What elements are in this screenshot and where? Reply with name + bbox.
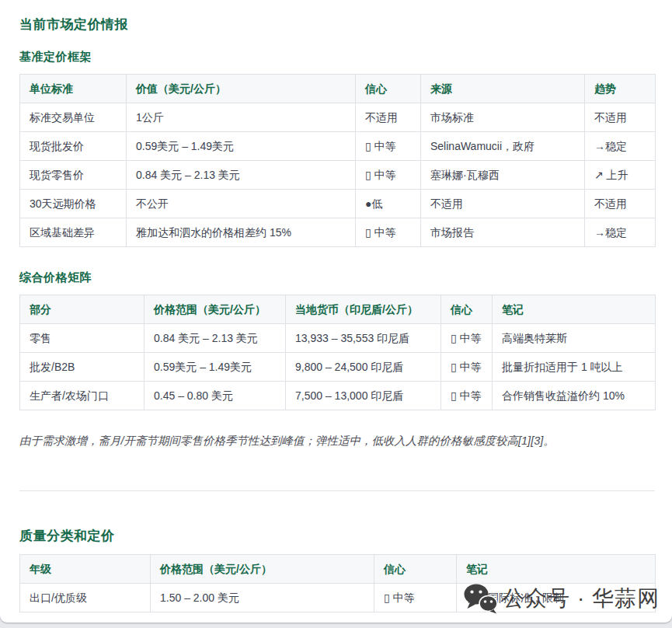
header-row: 部分价格范围（美元/公斤）当地货币（印尼盾/公斤）信心笔记 (20, 295, 656, 324)
page-title: 当前市场定价情报 (19, 16, 655, 33)
column-header: 价格范围（美元/公斤） (144, 295, 286, 324)
table-cell: 出口/优质级 (20, 584, 151, 612)
table-cell: →稳定 (585, 132, 656, 161)
column-header: 来源 (421, 75, 585, 103)
table-cell: 市场报告 (421, 218, 585, 247)
column-header: 部分 (20, 295, 144, 324)
column-header: 价值（美元/公斤） (127, 75, 356, 103)
table-cell: 批发/B2B (20, 353, 144, 382)
table-cell: ▯ 中等 (356, 218, 421, 247)
table-row: 现货零售价0.84 美元 – 2.13 美元▯ 中等塞琳娜·瓦穆西↗ 上升 (20, 161, 656, 190)
section-heading-benchmark: 基准定价框架 (19, 50, 655, 65)
section-divider (19, 490, 655, 491)
column-header: 单位标准 (20, 75, 127, 103)
table-cell: ●低 (356, 190, 421, 218)
table-cell: 不公开 (127, 190, 356, 218)
quality-grade-pricing-table: 年级价格范围（美元/公斤）信心笔记出口/优质级1.50 – 2.00 美元▯ 中… (19, 554, 656, 612)
column-header: 信心 (356, 75, 421, 103)
table-cell: 合作销售收益溢价约 10% (493, 382, 656, 410)
table-cell: 0.84 美元 – 2.13 美元 (144, 324, 286, 353)
table-cell: 30天远期价格 (20, 190, 127, 218)
column-header: 笔记 (493, 295, 656, 324)
table-cell: 零售 (20, 324, 144, 353)
table-cell: 9,800 – 24,500 印尼盾 (286, 353, 441, 382)
section-heading-matrix: 综合价格矩阵 (19, 270, 655, 285)
table-cell: 高端奥特莱斯 (493, 324, 656, 353)
table-cell: 不适用 (421, 190, 585, 218)
table-row: 标准交易单位1公斤不适用市场标准不适用 (20, 103, 656, 132)
table-cell: →稳定 (585, 218, 656, 247)
table-cell: SelinaWamucii，政府 (421, 132, 585, 161)
table-cell: ▯ 中等 (374, 584, 457, 612)
table-cell: 标准交易单位 (20, 103, 127, 132)
table-row: 生产者/农场门口0.45 – 0.80 美元7,500 – 13,000 印尼盾… (20, 382, 656, 410)
table-row: 区域基础差异雅加达和泗水的价格相差约 15%▯ 中等市场报告→稳定 (20, 218, 656, 247)
report-page: 当前市场定价情报 基准定价框架 单位标准价值（美元/公斤）信心来源趋势标准交易单… (0, 0, 672, 623)
table-cell: 7,500 – 13,000 印尼盾 (286, 382, 441, 410)
table-cell: 符合国际标准；限制 (457, 584, 656, 612)
table-cell: ↗ 上升 (585, 161, 656, 190)
column-header: 信心 (374, 555, 457, 584)
column-header: 价格范围（美元/公斤） (151, 555, 374, 584)
table-cell: ▯ 中等 (441, 382, 493, 410)
column-header: 笔记 (457, 555, 656, 584)
table-cell: 生产者/农场门口 (20, 382, 144, 410)
table-cell: 13,933 – 35,553 印尼盾 (286, 324, 441, 353)
table-cell: 不适用 (585, 103, 656, 132)
table-cell: 批量折扣适用于 1 吨以上 (493, 353, 656, 382)
header-row: 单位标准价值（美元/公斤）信心来源趋势 (20, 75, 656, 103)
table-row: 批发/B2B0.59美元 – 1.49美元9,800 – 24,500 印尼盾▯… (20, 353, 656, 382)
table-row: 现货批发价0.59美元 – 1.49美元▯ 中等SelinaWamucii，政府… (20, 132, 656, 161)
table-cell: 0.45 – 0.80 美元 (144, 382, 286, 410)
column-header: 趋势 (585, 75, 656, 103)
benchmark-pricing-table: 单位标准价值（美元/公斤）信心来源趋势标准交易单位1公斤不适用市场标准不适用现货… (19, 74, 656, 247)
table-row: 零售0.84 美元 – 2.13 美元13,933 – 35,553 印尼盾▯ … (20, 324, 656, 353)
header-row: 年级价格范围（美元/公斤）信心笔记 (20, 555, 656, 584)
comprehensive-price-matrix-table: 部分价格范围（美元/公斤）当地货币（印尼盾/公斤）信心笔记零售0.84 美元 –… (19, 295, 656, 410)
table-row: 30天远期价格不公开●低不适用不适用 (20, 190, 656, 218)
table-cell: 不适用 (356, 103, 421, 132)
table-cell: 1.50 – 2.00 美元 (151, 584, 374, 612)
table-cell: ▯ 中等 (441, 353, 493, 382)
table-cell: 不适用 (585, 190, 656, 218)
table-cell: 区域基础差异 (20, 218, 127, 247)
table-cell: 雅加达和泗水的价格相差约 15% (127, 218, 356, 247)
column-header: 信心 (441, 295, 493, 324)
table-cell: 市场标准 (421, 103, 585, 132)
column-header: 年级 (20, 555, 151, 584)
table-cell: ▯ 中等 (441, 324, 493, 353)
table-cell: 塞琳娜·瓦穆西 (421, 161, 585, 190)
table-cell: 现货零售价 (20, 161, 127, 190)
seasonality-note: 由于需求激增，斋月/开斋节期间零售价格季节性达到峰值；弹性适中，低收入人群的价格… (19, 434, 655, 448)
column-header: 当地货币（印尼盾/公斤） (286, 295, 441, 324)
table-cell: 0.59美元 – 1.49美元 (127, 132, 356, 161)
table-row: 出口/优质级1.50 – 2.00 美元▯ 中等符合国际标准；限制 (20, 584, 656, 612)
table-cell: 0.59美元 – 1.49美元 (144, 353, 286, 382)
section-heading-quality: 质量分类和定价 (19, 527, 655, 545)
table-cell: ▯ 中等 (356, 132, 421, 161)
table-cell: 现货批发价 (20, 132, 127, 161)
table-cell: 1公斤 (127, 103, 356, 132)
table-cell: ▯ 中等 (356, 161, 421, 190)
table-cell: 0.84 美元 – 2.13 美元 (127, 161, 356, 190)
